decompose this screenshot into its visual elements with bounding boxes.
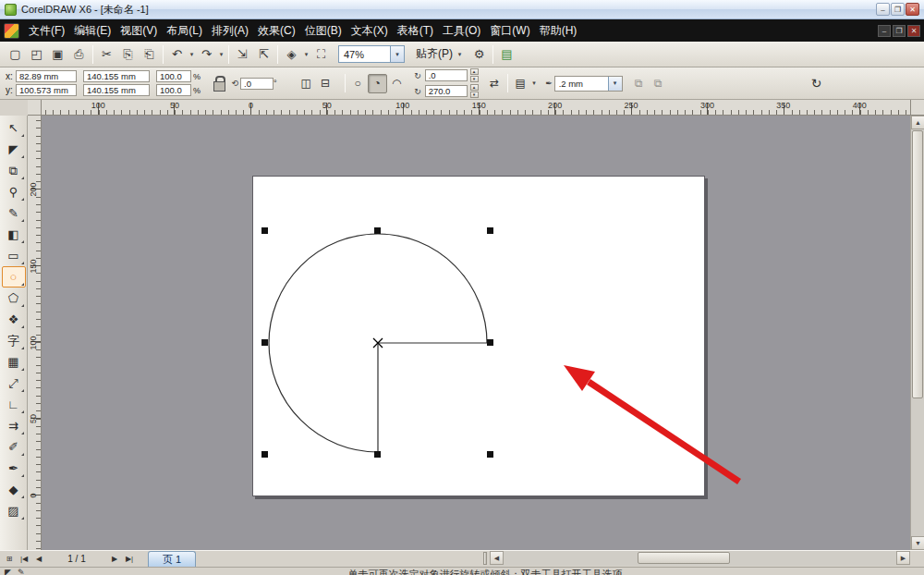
menu-item-8[interactable]: 表格(T): [393, 20, 438, 42]
fullscreen-preview-button[interactable]: ⛶: [310, 44, 332, 65]
maximize-button[interactable]: ❐: [891, 3, 905, 16]
menu-item-3[interactable]: 布局(L): [162, 20, 207, 42]
outline-pen-tool[interactable]: ✒: [2, 458, 26, 479]
vertical-ruler[interactable]: 200150100500: [28, 116, 42, 550]
next-page-button[interactable]: ▶: [107, 552, 122, 566]
wrap-dropdown-arrow-icon[interactable]: ▾: [530, 80, 539, 87]
menu-item-5[interactable]: 效果(C): [253, 20, 300, 42]
paste-button[interactable]: ⎗: [139, 44, 160, 65]
snap-dropdown[interactable]: 贴齐(P) ▾: [416, 46, 464, 62]
smart-fill-tool[interactable]: ◧: [2, 224, 26, 245]
import-button[interactable]: ⇲: [232, 44, 253, 65]
x-position-field[interactable]: 82.89 mm: [16, 70, 77, 82]
zoom-tool[interactable]: ⚲: [2, 181, 26, 202]
undo-button[interactable]: ↶: [166, 44, 188, 65]
document-page[interactable]: [252, 176, 705, 496]
polygon-tool[interactable]: ⬠: [2, 288, 26, 309]
doc-minimize-button[interactable]: –: [878, 25, 891, 37]
scroll-left-button[interactable]: ◀: [490, 551, 504, 565]
dimension-tool[interactable]: ⤢: [2, 373, 26, 394]
ellipse-mode-button[interactable]: ○: [348, 74, 368, 93]
horizontal-scroll-thumb[interactable]: [638, 552, 730, 564]
rotation-angle-field[interactable]: .0: [240, 78, 274, 90]
rectangle-tool[interactable]: ▭: [2, 245, 26, 266]
horizontal-scrollbar[interactable]: ◀ ▶: [490, 551, 910, 566]
welcome-screen-button[interactable]: ▤: [496, 44, 517, 65]
menu-item-11[interactable]: 帮助(H): [535, 20, 582, 42]
change-direction-button[interactable]: ⇄: [485, 74, 505, 93]
redo-button[interactable]: ↷: [196, 44, 217, 65]
pane-splitter[interactable]: [483, 552, 487, 565]
eyedropper-tool[interactable]: ✐: [2, 436, 26, 458]
end-angle-spinner[interactable]: ▴▾: [470, 84, 479, 98]
mirror-vertical-button[interactable]: ⊟: [316, 74, 335, 93]
cut-button[interactable]: ✂: [96, 44, 117, 65]
mirror-horizontal-button[interactable]: ◫: [297, 74, 316, 93]
redo-button-dropdown-arrow-icon[interactable]: ▾: [217, 51, 225, 58]
application-launcher-button[interactable]: ◈: [281, 44, 302, 65]
close-button[interactable]: ✕: [906, 3, 919, 16]
y-position-field[interactable]: 100.573 mm: [16, 84, 77, 96]
circular-arrows-button[interactable]: ↻: [807, 74, 826, 93]
freehand-tool[interactable]: ✎: [2, 202, 26, 224]
page-tab-1[interactable]: 页 1: [148, 551, 196, 567]
scale-h-field[interactable]: 100.0: [156, 70, 191, 82]
scroll-right-button[interactable]: ▶: [896, 551, 910, 565]
zoom-dropdown-arrow-icon[interactable]: ▾: [390, 46, 404, 62]
lock-ratio-button[interactable]: [212, 76, 225, 91]
outline-width-combo[interactable]: .2 mm ▾: [554, 76, 623, 92]
horizontal-ruler[interactable]: 10050050100150200250300350400: [42, 100, 910, 116]
blend-tool[interactable]: ⇉: [2, 415, 26, 436]
save-button[interactable]: ▣: [47, 44, 68, 65]
text-tool[interactable]: 字: [2, 330, 26, 351]
menu-item-0[interactable]: 文件(F): [24, 20, 69, 42]
pick-tool[interactable]: ↖: [2, 117, 26, 139]
fill-tool[interactable]: ◆: [2, 479, 26, 500]
start-angle-field[interactable]: .0: [425, 69, 468, 81]
ellipse-tool[interactable]: ○: [2, 266, 26, 288]
previous-page-button[interactable]: ◀: [31, 552, 46, 566]
scroll-down-button[interactable]: ▼: [911, 536, 924, 550]
menu-item-4[interactable]: 排列(A): [207, 20, 253, 42]
copy-button[interactable]: ⎘: [117, 44, 139, 65]
object-width-field[interactable]: 140.155 mm: [83, 70, 150, 82]
ruler-options-button[interactable]: [910, 100, 924, 116]
menu-item-6[interactable]: 位图(B): [300, 20, 346, 42]
doc-close-button[interactable]: ✕: [907, 25, 920, 37]
minimize-button[interactable]: –: [876, 3, 890, 16]
menu-item-1[interactable]: 编辑(E): [69, 20, 116, 42]
new-document-button[interactable]: ▢: [5, 44, 26, 65]
scroll-up-button[interactable]: ▲: [911, 116, 924, 129]
wrap-text-button[interactable]: ▤: [511, 74, 530, 93]
end-angle-field[interactable]: 270.0: [425, 85, 468, 97]
export-button[interactable]: ⇱: [253, 44, 274, 65]
shape-tool[interactable]: ◤: [2, 139, 26, 160]
add-page-button[interactable]: ⊞: [2, 552, 17, 566]
vertical-scroll-thumb[interactable]: [912, 130, 923, 398]
interactive-fill-tool[interactable]: ▨: [2, 500, 26, 521]
zoom-level-combo[interactable]: 47% ▾: [338, 45, 405, 63]
table-tool[interactable]: ▦: [2, 351, 26, 373]
connector-tool[interactable]: ∟: [2, 394, 26, 415]
application-launcher-button-dropdown-arrow-icon[interactable]: ▾: [302, 51, 310, 58]
undo-button-dropdown-arrow-icon[interactable]: ▾: [188, 51, 196, 58]
crop-tool[interactable]: ⧉: [2, 160, 26, 181]
object-height-field[interactable]: 140.155 mm: [83, 84, 150, 96]
doc-restore-button[interactable]: ❐: [893, 25, 906, 37]
pie-mode-button[interactable]: ◔: [368, 74, 387, 93]
vertical-scrollbar[interactable]: ▲ ▼: [910, 116, 924, 550]
scale-v-field[interactable]: 100.0: [156, 84, 191, 96]
open-button[interactable]: ◰: [26, 44, 47, 65]
last-page-button[interactable]: ▶|: [122, 552, 137, 566]
drawing-canvas[interactable]: [42, 116, 910, 550]
menu-item-7[interactable]: 文本(X): [346, 20, 393, 42]
menu-item-9[interactable]: 工具(O): [438, 20, 485, 42]
arc-mode-button[interactable]: ◠: [387, 74, 407, 93]
basic-shapes-tool[interactable]: ❖: [2, 309, 26, 330]
menu-item-10[interactable]: 窗口(W): [485, 20, 534, 42]
menu-item-2[interactable]: 视图(V): [116, 20, 162, 42]
print-button[interactable]: ⎙: [68, 44, 90, 65]
first-page-button[interactable]: |◀: [17, 552, 31, 566]
outline-dropdown-arrow-icon[interactable]: ▾: [608, 77, 622, 91]
start-angle-spinner[interactable]: ▴▾: [470, 68, 479, 82]
